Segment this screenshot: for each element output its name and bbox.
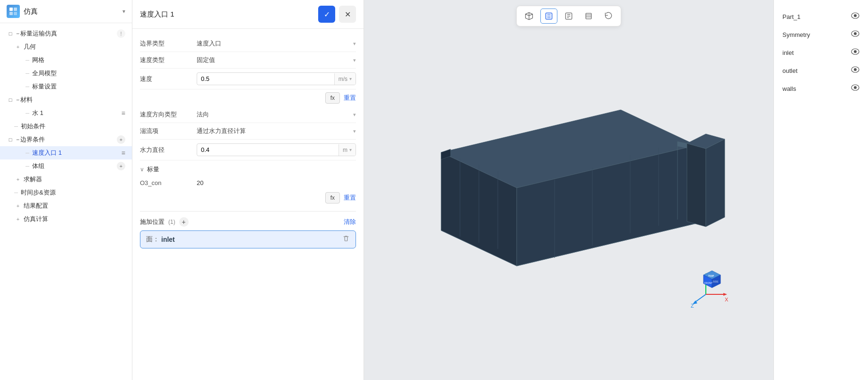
3d-viewport: Y X Z TOP FRONT SIDE — [364, 0, 773, 380]
velocity-control: m/s ▾ — [197, 72, 356, 85]
sidebar-item-global-model[interactable]: 全局模型 — [0, 67, 132, 80]
sidebar-item-sim-compute[interactable]: + 仿真计算 — [0, 212, 132, 226]
sidebar-item-boundary-conditions[interactable]: □ − 边界条件 + — [0, 133, 132, 146]
position-title: 施加位置 — [140, 218, 165, 226]
velocity-type-arrow: ▾ — [353, 57, 356, 63]
inlet-tag: 面： inlet — [140, 230, 356, 248]
sidebar-item-materials[interactable]: □ − 材料 — [0, 93, 132, 106]
rp-eye-symmetry[interactable] — [851, 30, 859, 39]
hydraulic-diameter-input[interactable] — [197, 144, 339, 156]
svg-point-49 — [854, 86, 857, 89]
sidebar-header: 仿真 ▾ — [0, 0, 132, 23]
hydraulic-unit[interactable]: m ▾ — [339, 144, 356, 156]
sidebar-item-time-resources[interactable]: 时间步&资源 — [0, 186, 132, 199]
sidebar-label-solver: 求解器 — [24, 175, 125, 184]
turbulence-control[interactable]: 通过水力直径计算 ▾ — [197, 127, 356, 135]
rp-eye-inlet[interactable] — [851, 48, 859, 57]
o3-label: O3_con — [140, 179, 197, 186]
rp-item-symmetry[interactable]: Symmetry — [774, 26, 868, 44]
svg-marker-24 — [706, 139, 725, 227]
reset-button-1[interactable]: 重置 — [344, 94, 356, 102]
expand-icon[interactable]: □ — [7, 30, 14, 37]
boundary-type-label: 边界类型 — [140, 39, 197, 48]
add-badge-bc[interactable]: + — [117, 135, 125, 144]
sidebar-label-water1: 水 1 — [32, 109, 119, 117]
reset-button-2[interactable]: 重置 — [344, 194, 356, 202]
fx-button-2[interactable]: fx — [325, 192, 340, 203]
sidebar-item-geometry[interactable]: + 几何 — [0, 40, 132, 53]
inlet-name: inlet — [161, 236, 175, 243]
boundary-type-control[interactable]: 速度入口 ▾ — [197, 39, 356, 48]
velocity-row: 速度 m/s ▾ — [140, 69, 356, 89]
warning-badge: ! — [117, 29, 125, 38]
svg-rect-2 — [9, 12, 13, 15]
rp-item-part1[interactable]: Part_1 — [774, 8, 868, 26]
velocity-label: 速度 — [140, 75, 197, 83]
position-count: (1) — [168, 219, 175, 225]
position-clear-button[interactable]: 清除 — [344, 218, 356, 226]
sidebar-label-global-model: 全局模型 — [32, 69, 125, 78]
boundary-type-arrow: ▾ — [353, 41, 356, 47]
velocity-type-control[interactable]: 固定值 ▾ — [197, 56, 356, 64]
sidebar-label-boundary-conditions: 边界条件 — [20, 135, 115, 144]
svg-text:X: X — [725, 297, 729, 302]
expand-icon-bc[interactable]: □ — [7, 136, 14, 143]
scalar-toggle[interactable]: ∨ — [140, 166, 144, 173]
velocity-direction-row: 速度方向类型 法向 ▾ — [140, 106, 356, 123]
expand-icon-materials[interactable]: □ — [7, 96, 14, 104]
rp-item-inlet[interactable]: inlet — [774, 44, 868, 62]
face-label: 面： — [146, 235, 159, 244]
expand-icon-result[interactable]: + — [14, 202, 22, 210]
velocity-direction-arrow: ▾ — [353, 112, 356, 118]
expand-icon-geometry[interactable]: + — [14, 43, 22, 51]
sidebar-collapse-arrow[interactable]: ▾ — [122, 8, 125, 15]
rp-item-walls[interactable]: walls — [774, 80, 868, 97]
rp-eye-part1[interactable] — [851, 12, 859, 21]
rp-eye-walls[interactable] — [851, 84, 859, 93]
delete-inlet-button[interactable] — [342, 235, 350, 244]
turbulence-row: 湍流项 通过水力直径计算 ▾ — [140, 123, 356, 140]
sidebar-item-result-config[interactable]: + 结果配置 — [0, 199, 132, 212]
fx-button-1[interactable]: fx — [325, 92, 340, 104]
velocity-type-value: 固定值 — [197, 56, 215, 64]
sidebar-label-materials: 材料 — [20, 96, 125, 104]
sidebar-item-scalar-transport[interactable]: □ − 标量运输仿真 ! — [0, 27, 132, 40]
menu-icon-velocity[interactable]: ≡ — [122, 149, 125, 157]
velocity-input[interactable] — [197, 73, 334, 85]
o3-input[interactable] — [197, 179, 234, 186]
velocity-unit[interactable]: m/s ▾ — [334, 73, 356, 85]
confirm-button[interactable]: ✓ — [318, 6, 335, 23]
3d-model-svg: Y X Z TOP FRONT SIDE — [403, 67, 734, 313]
o3-row: O3_con — [140, 177, 356, 189]
sidebar-item-scalar-settings[interactable]: 标量设置 — [0, 80, 132, 93]
expand-icon-sim[interactable]: + — [14, 215, 22, 223]
sidebar-item-solver[interactable]: + 求解器 — [0, 173, 132, 186]
svg-text:FRONT: FRONT — [704, 282, 712, 284]
svg-point-47 — [854, 68, 857, 71]
boundary-type-row: 边界类型 速度入口 ▾ — [140, 35, 356, 52]
sidebar-label-time-resources: 时间步&资源 — [21, 188, 125, 197]
rp-item-outlet[interactable]: outlet — [774, 62, 868, 80]
sidebar-label-sim-compute: 仿真计算 — [24, 215, 125, 223]
sidebar-item-initial-conditions[interactable]: 初始条件 — [0, 120, 132, 133]
add-badge-body[interactable]: + — [117, 162, 125, 170]
fx-row-1: fx 重置 — [140, 89, 356, 106]
right-panel: Part_1 Symmetry inlet outlet walls — [773, 0, 868, 380]
sidebar-label-initial-conditions: 初始条件 — [21, 122, 125, 131]
velocity-direction-value: 法向 — [197, 110, 209, 119]
rp-eye-outlet[interactable] — [851, 66, 859, 75]
svg-point-45 — [854, 50, 857, 53]
sidebar-label-velocity-inlet-1: 速度入口 1 — [32, 149, 119, 157]
menu-icon-water[interactable]: ≡ — [122, 109, 125, 117]
velocity-direction-control[interactable]: 法向 ▾ — [197, 110, 356, 119]
sidebar-item-body-group[interactable]: 体组 + — [0, 159, 132, 173]
panel-body: 边界类型 速度入口 ▾ 速度类型 固定值 ▾ 速度 — [132, 29, 364, 380]
sidebar-item-water1[interactable]: 水 1 ≡ — [0, 106, 132, 120]
svg-text:SIDE: SIDE — [713, 280, 719, 283]
position-add-button[interactable]: + — [179, 217, 189, 227]
svg-marker-22 — [687, 143, 706, 227]
sidebar-item-velocity-inlet-1[interactable]: 速度入口 1 ≡ — [0, 146, 132, 159]
sidebar-item-mesh[interactable]: 网格 — [0, 53, 132, 67]
expand-icon-solver[interactable]: + — [14, 176, 22, 183]
close-button[interactable]: ✕ — [339, 6, 356, 23]
